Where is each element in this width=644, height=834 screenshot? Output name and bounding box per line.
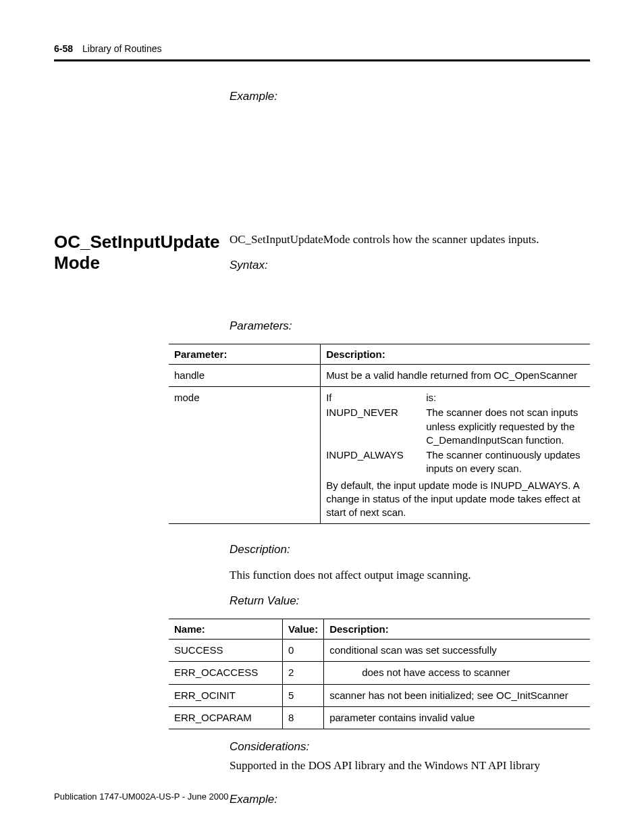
param-desc: Must be a valid handle returned from OC_…: [321, 364, 590, 386]
example-label: Example:: [230, 90, 590, 103]
param-th-parameter: Parameter:: [169, 344, 321, 364]
ret-desc: does not have access to scanner: [324, 662, 590, 684]
ret-value: 0: [282, 640, 323, 662]
description-block: Description: This function does not affe…: [230, 543, 590, 608]
param-table-wrap: Parameter: Description: handle Must be a…: [169, 344, 590, 525]
parameters-heading-wrap: Parameters:: [230, 319, 590, 333]
ret-th-desc: Description:: [324, 619, 590, 640]
table-row: ERR_OCINIT 5 scanner has not been initia…: [169, 684, 590, 706]
spacer: [54, 103, 590, 232]
mode-item-desc: The scanner does not scan inputs unless …: [426, 406, 585, 447]
mode-item-name: INUPD_NEVER: [326, 406, 421, 447]
header-rule: [54, 59, 590, 61]
section-title: OC_SetInputUpdate Mode: [54, 232, 216, 273]
syntax-label: Syntax:: [230, 259, 590, 272]
param-name: handle: [169, 364, 321, 386]
considerations-label: Considerations:: [230, 740, 590, 754]
mode-if: If: [326, 391, 421, 405]
considerations-body: Supported in the DOS API library and the…: [230, 758, 590, 774]
param-desc: If is: INUPD_NEVER The scanner does not …: [321, 387, 590, 524]
ret-name: ERR_OCACCESS: [169, 662, 282, 684]
page: 6-58 Library of Routines Example: OC_Set…: [0, 0, 644, 834]
table-row: SUCCESS 0 conditional scan was set succe…: [169, 640, 590, 662]
mode-grid: If is: INUPD_NEVER The scanner does not …: [326, 391, 585, 476]
footer: Publication 1747-UM002A-US-P - June 2000: [54, 791, 228, 802]
table-row: mode If is: INUPD_NEVER The scanner does…: [169, 387, 590, 524]
ret-name: SUCCESS: [169, 640, 282, 662]
description-label: Description:: [230, 543, 590, 556]
considerations-block: Considerations: Supported in the DOS API…: [230, 740, 590, 806]
content: Example: OC_SetInputUpdate Mode OC_SetIn…: [54, 90, 590, 806]
ret-name: ERR_OCPARAM: [169, 706, 282, 729]
table-row: ERR_OCACCESS 2 does not have access to s…: [169, 662, 590, 684]
ret-value: 8: [282, 706, 323, 729]
parameters-label: Parameters:: [230, 319, 590, 333]
example-label: Example:: [230, 793, 590, 806]
running-header: 6-58 Library of Routines: [54, 43, 590, 54]
mode-is: is:: [426, 391, 585, 405]
if-label: If: [326, 392, 331, 403]
description-body: This function does not affect output ima…: [230, 567, 590, 583]
publication-line: Publication 1747-UM002A-US-P - June 2000: [54, 791, 228, 802]
return-label: Return Value:: [230, 594, 590, 608]
mode-footer: By default, the input update mode is INU…: [326, 479, 585, 520]
return-table-wrap: Name: Value: Description: SUCCESS 0 cond…: [169, 619, 590, 729]
mode-item-name: INUPD_ALWAYS: [326, 448, 421, 476]
section-intro-col: OC_SetInputUpdateMode controls how the s…: [230, 232, 590, 272]
table-row: handle Must be a valid handle returned f…: [169, 364, 590, 386]
spacer: [54, 272, 590, 319]
ret-desc: scanner has not been initialized; see OC…: [324, 684, 590, 706]
ret-desc: conditional scan was set successfully: [324, 640, 590, 662]
section-intro: OC_SetInputUpdateMode controls how the s…: [230, 232, 590, 248]
section-row: OC_SetInputUpdate Mode OC_SetInputUpdate…: [54, 232, 590, 272]
ret-name: ERR_OCINIT: [169, 684, 282, 706]
ret-th-name: Name:: [169, 619, 282, 640]
param-name: mode: [169, 387, 321, 524]
mode-item-desc: The scanner continuously updates inputs …: [426, 448, 585, 476]
section-name: Library of Routines: [82, 43, 162, 54]
ret-value: 2: [282, 662, 323, 684]
return-table: Name: Value: Description: SUCCESS 0 cond…: [169, 619, 590, 729]
prev-example-block: Example:: [230, 90, 590, 103]
ret-desc: parameter contains invalid value: [324, 706, 590, 729]
section-title-col: OC_SetInputUpdate Mode: [54, 232, 216, 273]
param-table: Parameter: Description: handle Must be a…: [169, 344, 590, 525]
ret-th-value: Value:: [282, 619, 323, 640]
page-number: 6-58: [54, 43, 73, 54]
param-th-description: Description:: [321, 344, 590, 364]
ret-value: 5: [282, 684, 323, 706]
table-row: ERR_OCPARAM 8 parameter contains invalid…: [169, 706, 590, 729]
